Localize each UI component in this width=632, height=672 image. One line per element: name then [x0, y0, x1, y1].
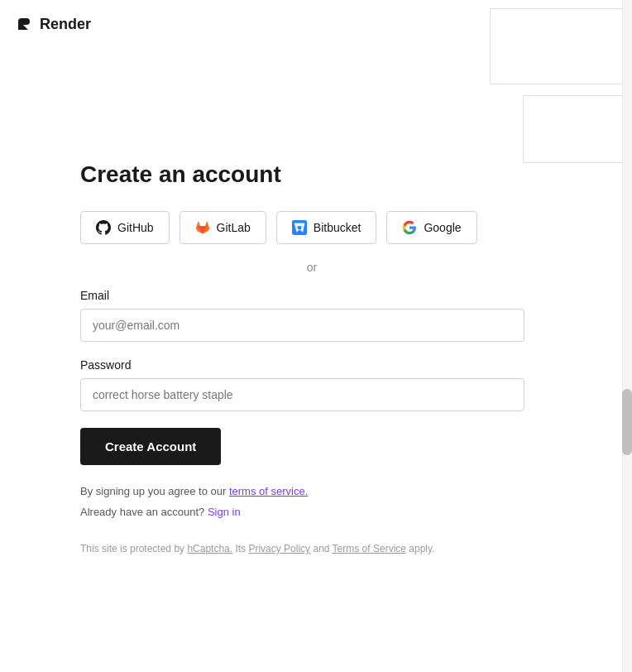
google-oauth-button[interactable]: Google [386, 211, 476, 244]
email-field-group: Email [80, 289, 543, 342]
create-account-button[interactable]: Create Account [80, 428, 221, 465]
github-icon [96, 220, 111, 235]
signin-link[interactable]: Sign in [208, 506, 241, 518]
divider: or [80, 261, 543, 274]
bitbucket-label: Bitbucket [314, 221, 361, 234]
gitlab-icon [195, 220, 210, 235]
captcha-tos-link[interactable]: Terms of Service [333, 543, 406, 554]
scrollbar-thumb[interactable] [622, 389, 632, 455]
gitlab-oauth-button[interactable]: GitLab [180, 211, 266, 244]
google-icon [402, 220, 417, 235]
main-content: Create an account GitHub GitLab [80, 161, 543, 556]
email-input[interactable] [80, 309, 524, 342]
terms-of-service-link[interactable]: terms of service. [229, 485, 308, 497]
github-oauth-button[interactable]: GitHub [80, 211, 170, 244]
oauth-buttons-group: GitHub GitLab Bitbucket [80, 211, 543, 244]
render-logo-icon [15, 15, 33, 33]
password-field-group: Password [80, 358, 543, 411]
google-label: Google [424, 221, 461, 234]
bitbucket-icon [292, 220, 307, 235]
grid-decoration [450, 0, 632, 166]
gitlab-label: GitLab [217, 221, 251, 234]
captcha-privacy-link[interactable]: Privacy Policy [248, 543, 310, 554]
page-title: Create an account [80, 161, 543, 188]
password-input[interactable] [80, 378, 524, 411]
logo-text: Render [40, 16, 91, 33]
scrollbar[interactable] [622, 0, 632, 672]
captcha-text: This site is protected by hCaptcha. Its … [80, 541, 510, 556]
hcaptcha-link[interactable]: hCaptcha. [187, 543, 232, 554]
terms-text: By signing up you agree to our terms of … [80, 485, 543, 497]
logo-bar: Render [15, 15, 91, 33]
bitbucket-oauth-button[interactable]: Bitbucket [276, 211, 377, 244]
password-label: Password [80, 358, 543, 372]
github-label: GitHub [117, 221, 154, 234]
signin-text: Already have an account? Sign in [80, 506, 543, 518]
email-label: Email [80, 289, 543, 302]
